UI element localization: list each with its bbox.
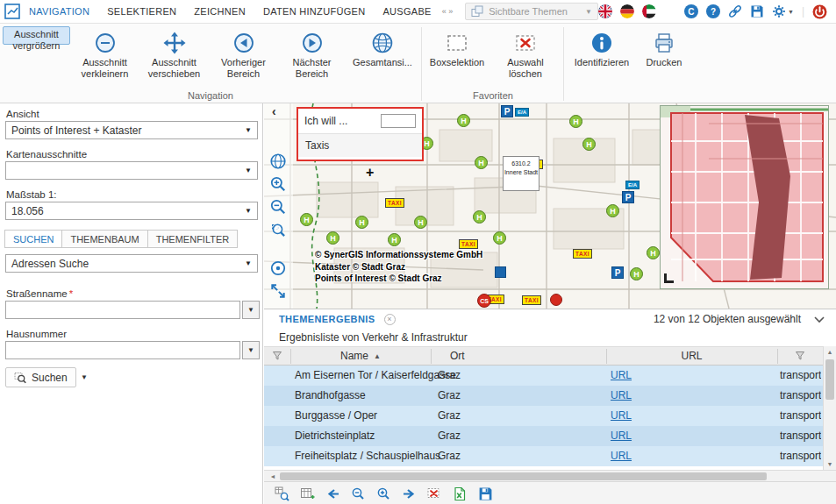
save-icon[interactable] [750,4,764,18]
tab-themenbaum[interactable]: THEMENBAUM [61,230,147,248]
zoom-out-extent-button[interactable]: Ausschnitt verkleinern [71,26,139,89]
identify-button[interactable]: Identifizieren [567,26,637,89]
filter-icon[interactable] [264,347,290,365]
copyright-line: Points of Interest © Stadt Graz [315,273,482,285]
collapse-sidebar-button[interactable]: ‹ [272,104,276,118]
table-row[interactable]: Burggasse / Oper Graz URL transport [264,406,823,426]
url-link[interactable]: URL [611,389,632,401]
h-poi-icon: H [606,204,619,217]
scrollbar-thumb[interactable] [280,472,767,480]
export-excel-button[interactable] [452,486,468,501]
cell-category: transport [780,409,821,422]
overview-globe-button[interactable] [269,153,287,170]
zoom-to-selection-button[interactable] [274,486,289,501]
fullscreen-button[interactable] [269,282,287,300]
hausnummer-input[interactable] [5,341,240,359]
cell-category: transport [780,429,821,442]
suchen-dropdown-button[interactable]: ▼ [77,367,91,387]
full-extent-button[interactable]: Gesamtansi... [347,26,418,89]
circle-c-icon[interactable]: C [684,4,698,18]
h-poi-icon: H [388,233,401,246]
massstab-select[interactable]: 18.056 ▼ [5,202,258,220]
ansicht-select[interactable]: Points of Interest + Kataster ▼ [5,121,258,139]
hausnummer-dropdown-button[interactable]: ▼ [242,341,260,359]
menu-overflow-arrows[interactable]: « » [442,7,454,16]
menu-tab-ausgabe[interactable]: AUSGABE [382,6,431,17]
left-panel: Ansicht Points of Interest + Kataster ▼ … [0,103,263,504]
settings-gear-button[interactable]: ▼ [772,4,794,18]
zo om-out-selection-button[interactable] [350,486,366,501]
menu-tab-selektieren[interactable]: SELEKTIEREN [107,6,176,17]
url-link[interactable]: URL [611,409,632,422]
clear-selection-button[interactable]: Auswahl löschen [490,26,561,89]
scroll-up-icon[interactable]: ▲ [824,346,836,358]
link-icon[interactable] [728,4,742,18]
h-poi-icon: H [475,156,488,169]
url-link[interactable]: URL [611,369,632,381]
suchen-button[interactable]: Suchen [5,367,76,387]
vertical-scrollbar[interactable]: ▲ ▼ [823,346,836,470]
clear-result-selection-button[interactable] [426,486,442,501]
scroll-left-icon[interactable]: ◄ [266,471,280,481]
add-table-button[interactable] [299,486,315,501]
sort-asc-icon: ▲ [374,352,381,360]
menu-tab-daten-hinzufuegen[interactable]: DATEN HINZUFÜGEN [263,6,365,17]
locate-button[interactable] [269,259,287,277]
map-view[interactable]: HHHHHHHHHHHHHHHHHHTAXITAXITAXITAXITAXITA… [264,103,836,309]
h-poi-icon: H [493,231,506,245]
logout-power-button[interactable] [812,4,827,19]
scroll-down-icon[interactable]: ▼ [824,458,836,470]
language-flag-de-icon[interactable] [620,4,634,18]
overview-map[interactable] [660,105,829,289]
column-header-name[interactable]: Name ▲ [290,347,431,365]
language-flag-uk-icon[interactable] [598,4,612,18]
tab-themenergebnis[interactable]: THEMENERGEBNIS [279,314,375,324]
taxi-poi-icon: TAXI [522,295,541,305]
menu-tab-zeichnen[interactable]: ZEICHNEN [194,6,246,17]
overview-resize-handle[interactable] [664,273,674,283]
close-results-icon[interactable]: × [384,314,396,325]
help-icon[interactable]: ? [706,4,720,18]
previous-record-button[interactable] [325,486,340,501]
move-arrows-icon [162,31,187,55]
zoom-window-button[interactable] [269,221,287,238]
table-row[interactable]: Brandhofgasse Graz URL transport [264,386,823,406]
horizontal-scrollbar[interactable]: ◄ [264,470,836,481]
collapse-panel-chevron-icon[interactable] [813,316,825,323]
pan-extent-button[interactable]: Ausschnitt verschieben [139,26,209,89]
zoom-in-extent-button[interactable]: Ausschnitt vergrößern [3,26,70,45]
language-flag-ae-icon[interactable] [642,4,656,18]
kartenausschnitte-select[interactable]: ▼ [5,161,258,180]
tab-suchen[interactable]: SUCHEN [4,230,62,248]
menu-tab-navigation[interactable]: NAVIGATION [29,6,89,17]
filter-icon[interactable] [777,347,823,365]
selection-status: 12 von 12 Objekten ausgewählt [654,313,801,325]
box-select-button[interactable]: Boxselektion [425,26,489,89]
next-extent-button[interactable]: Nächster Bereich [278,26,346,89]
table-row[interactable]: Freiheitsplatz / Schauspielhaus Graz URL… [264,446,823,466]
zoom-in-selection-button[interactable] [375,486,391,501]
scrollbar-thumb[interactable] [825,359,834,400]
column-header-ort[interactable]: Ort [431,347,606,365]
strassenname-input[interactable] [5,301,240,319]
map-zoom-out-button[interactable] [269,198,287,216]
previous-extent-button[interactable]: Vorheriger Bereich [210,26,277,89]
url-link[interactable]: URL [611,429,632,442]
next-record-button[interactable] [401,486,417,501]
visible-themes-dropdown[interactable]: Sichtbare Themen ▼ [465,3,598,20]
search-type-select[interactable]: Adressen Suche ▼ [5,254,258,273]
ich-will-input[interactable] [381,114,416,128]
column-header-url[interactable]: URL [606,347,777,365]
p-poi-icon: P [501,105,513,117]
save-results-button[interactable] [477,486,493,501]
table-row[interactable]: Dietrichsteinplatz Graz URL transport [264,426,823,446]
print-button[interactable]: Drucken [638,26,690,89]
h-poi-icon: H [569,115,582,128]
strassenname-dropdown-button[interactable]: ▼ [242,301,260,319]
tab-themenfilter[interactable]: THEMENFILTER [147,230,239,248]
results-toolbar [264,481,836,504]
url-link[interactable]: URL [611,450,632,462]
table-row[interactable]: Am Eisernen Tor / Kaiserfeldgasse Graz U… [264,366,823,386]
map-zoom-in-button[interactable] [269,175,287,193]
popup-option-taxis[interactable]: Taxis [298,134,422,157]
